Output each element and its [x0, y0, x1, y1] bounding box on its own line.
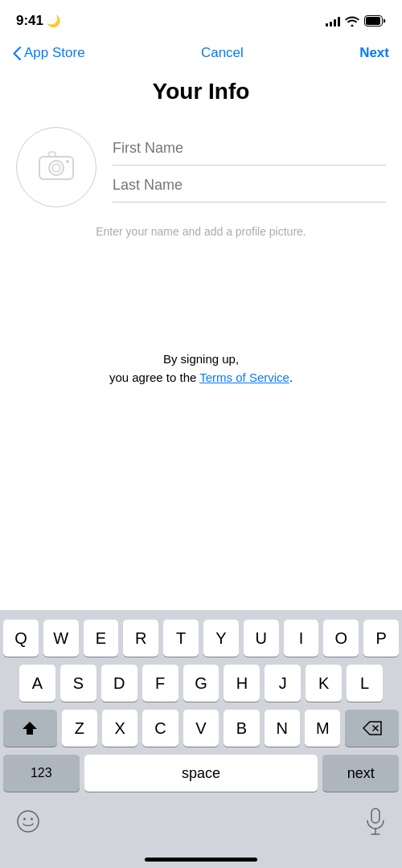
key-a[interactable]: A	[19, 665, 55, 702]
backspace-key[interactable]	[345, 710, 399, 747]
next-button[interactable]: Next	[359, 45, 389, 61]
key-h[interactable]: H	[224, 665, 260, 702]
content-area: Your Info Enter your name and add a prof…	[0, 71, 402, 387]
profile-section	[16, 127, 386, 207]
key-f[interactable]: F	[142, 665, 178, 702]
key-c[interactable]: C	[142, 710, 178, 747]
home-indicator	[145, 858, 257, 862]
key-z[interactable]: Z	[62, 710, 97, 747]
key-v[interactable]: V	[183, 710, 219, 747]
terms-line1: By signing up,	[163, 352, 239, 366]
svg-point-6	[66, 160, 69, 163]
terms-container: By signing up, you agree to the Terms of…	[16, 350, 386, 387]
emoji-icon[interactable]	[16, 809, 40, 837]
key-x[interactable]: X	[102, 710, 137, 747]
first-name-input[interactable]	[113, 132, 386, 166]
signal-icon	[326, 15, 340, 27]
svg-rect-12	[371, 809, 379, 823]
back-button[interactable]: App Store	[13, 45, 85, 61]
key-k[interactable]: K	[306, 665, 342, 702]
time-label: 9:41	[16, 13, 43, 29]
avatar-button[interactable]	[16, 127, 96, 207]
keyboard-accessories	[0, 800, 402, 854]
key-g[interactable]: G	[183, 665, 219, 702]
name-fields	[113, 132, 386, 203]
key-n[interactable]: N	[265, 710, 300, 747]
last-name-input[interactable]	[113, 169, 386, 203]
key-o[interactable]: O	[323, 620, 359, 657]
key-r[interactable]: R	[123, 620, 158, 657]
keyboard-bottom-row: 123 space next	[0, 755, 402, 792]
moon-icon: 🌙	[47, 14, 60, 27]
key-q[interactable]: Q	[3, 620, 39, 657]
key-123[interactable]: 123	[3, 755, 80, 792]
key-space[interactable]: space	[84, 755, 318, 792]
svg-point-10	[23, 818, 26, 821]
hint-text: Enter your name and add a profile pictur…	[16, 225, 386, 238]
camera-icon	[39, 151, 74, 183]
key-i[interactable]: I	[284, 620, 319, 657]
key-m[interactable]: M	[305, 710, 340, 747]
key-d[interactable]: D	[101, 665, 137, 702]
keyboard-row-3: ZXCVBNM	[0, 710, 402, 747]
key-u[interactable]: U	[244, 620, 279, 657]
key-t[interactable]: T	[163, 620, 199, 657]
key-p[interactable]: P	[363, 620, 399, 657]
cancel-button[interactable]: Cancel	[201, 45, 244, 61]
svg-point-9	[18, 811, 39, 832]
key-s[interactable]: S	[60, 665, 96, 702]
terms-period: .	[289, 371, 293, 384]
terms-line2: you agree to the	[109, 371, 199, 384]
page-title: Your Info	[16, 79, 386, 104]
svg-point-4	[52, 164, 60, 172]
microphone-icon[interactable]	[365, 808, 386, 838]
keyboard-row-1: QWERTYUIOP	[0, 620, 402, 657]
keyboard-row-2: ASDFGHJKL	[0, 665, 402, 702]
svg-point-11	[31, 818, 33, 821]
key-e[interactable]: E	[84, 620, 119, 657]
key-b[interactable]: B	[224, 710, 259, 747]
shift-key[interactable]	[3, 710, 57, 747]
key-l[interactable]: L	[347, 665, 383, 702]
key-next[interactable]: next	[322, 755, 399, 792]
key-y[interactable]: Y	[203, 620, 239, 657]
battery-icon	[364, 15, 386, 27]
keyboard: QWERTYUIOP ASDFGHJKL ZXCVBNM 123 space n…	[0, 610, 402, 868]
svg-point-3	[49, 161, 64, 175]
key-w[interactable]: W	[43, 620, 79, 657]
back-label: App Store	[24, 45, 85, 61]
wifi-icon	[345, 15, 359, 27]
svg-rect-1	[366, 17, 380, 25]
status-bar: 9:41 🌙	[0, 0, 402, 35]
terms-link[interactable]: Terms of Service	[199, 371, 289, 384]
status-time: 9:41 🌙	[16, 13, 60, 29]
key-j[interactable]: J	[265, 665, 301, 702]
status-icons	[326, 15, 386, 27]
nav-bar: App Store Cancel Next	[0, 35, 402, 71]
